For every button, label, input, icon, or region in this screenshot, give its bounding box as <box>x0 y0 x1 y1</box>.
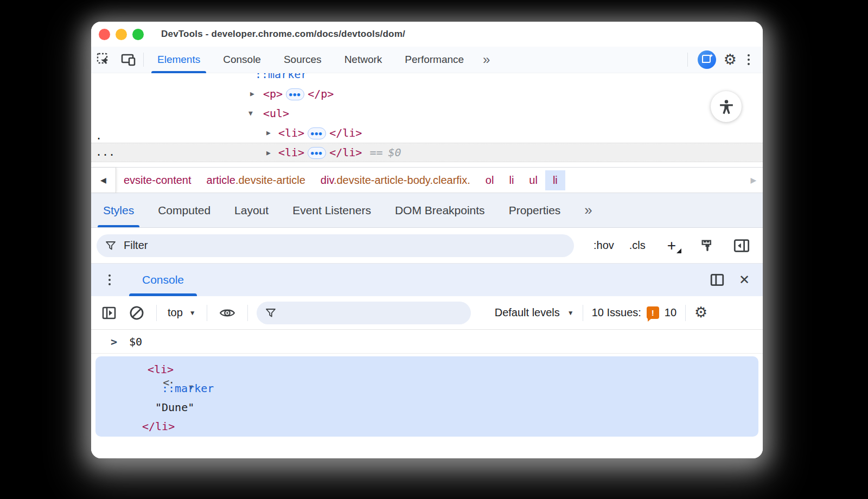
tab-layout[interactable]: Layout <box>222 193 280 227</box>
ellipsis-expand-icon[interactable]: ●●● <box>286 88 304 100</box>
collapse-arrow-icon[interactable]: ▼ <box>248 109 253 117</box>
filter-funnel-icon <box>105 240 116 251</box>
dom-row-li-selected[interactable]: ▶ <li>●●●</li>==$0 <box>91 143 763 162</box>
close-drawer-icon[interactable]: ✕ <box>739 272 750 287</box>
toolbar-divider <box>687 53 688 67</box>
toggle-hover-state-button[interactable]: :hov <box>593 239 614 252</box>
ul-open-tag: <ul> <box>263 107 289 120</box>
toolbar-divider <box>143 53 144 67</box>
dom-row-p[interactable]: ▶ <p>●●●</p> <box>91 84 763 104</box>
devtools-window: DevTools - developer.chrome.com/docs/dev… <box>91 22 763 458</box>
issues-label: 10 Issues: <box>592 306 641 319</box>
ai-assistant-icon[interactable]: ✦ <box>698 50 716 69</box>
close-window-button[interactable] <box>99 29 110 40</box>
breadcrumb-scroll-left-button[interactable]: ◀ <box>91 168 116 193</box>
dom-row-ul[interactable]: ▼ <ul> <box>91 104 763 123</box>
breadcrumb-item[interactable]: div.devsite-article-body.clearfix. <box>313 170 478 190</box>
li-open-tag: <li> <box>278 146 304 159</box>
tab-computed[interactable]: Computed <box>146 193 222 227</box>
clear-console-icon[interactable] <box>123 305 151 321</box>
new-style-rule-button[interactable]: + <box>667 237 681 254</box>
ellipsis-expand-icon[interactable]: ●●● <box>308 127 326 139</box>
tab-network-label: Network <box>344 54 382 66</box>
split-panel-icon[interactable] <box>710 273 725 287</box>
li-close-tag: </li> <box>142 420 175 433</box>
tab-elements[interactable]: Elements <box>146 47 212 73</box>
console-command-text: $0 <box>129 335 142 348</box>
expand-arrow-icon[interactable]: ▶ <box>266 129 271 137</box>
device-toolbar-icon[interactable] <box>116 50 141 69</box>
dom-text-fragment: . <box>95 129 102 142</box>
chevron-down-icon: ▼ <box>189 309 196 317</box>
console-settings-gear-icon[interactable]: ⚙ <box>694 305 707 320</box>
console-messages: > $0 <· ▼ <li> ::marker "Dune" </li> <box>91 330 763 458</box>
tab-styles[interactable]: Styles <box>91 193 146 227</box>
breadcrumb-item[interactable]: li <box>501 170 521 190</box>
ellipsis-expand-icon[interactable]: ●●● <box>308 147 326 159</box>
window-controls <box>91 29 144 40</box>
tab-sources-label: Sources <box>284 54 322 66</box>
breadcrumb-item[interactable]: article.devsite-article <box>199 170 313 190</box>
expand-arrow-icon[interactable]: ▶ <box>250 89 254 98</box>
li-open-tag: <li> <box>148 363 174 376</box>
rendering-brush-icon[interactable] <box>700 238 715 253</box>
dom-text-fragment: ... <box>95 145 115 158</box>
marker-pseudo-label: ::marker <box>255 73 307 81</box>
more-tabs-icon[interactable]: » <box>584 202 592 219</box>
tab-elements-label: Elements <box>157 54 200 66</box>
breadcrumb-item-selected[interactable]: li <box>545 170 565 190</box>
styles-filter-input[interactable]: Filter <box>97 234 574 257</box>
drawer-tab-console[interactable]: Console <box>129 264 197 296</box>
tab-sources[interactable]: Sources <box>272 47 333 73</box>
tab-properties[interactable]: Properties <box>497 193 573 227</box>
console-command-row[interactable]: > $0 <box>91 330 763 354</box>
issues-counter[interactable]: 10 Issues: ! 10 <box>592 306 676 319</box>
breadcrumb-item[interactable]: ol <box>478 170 502 190</box>
text-node-value: "Dune" <box>155 401 194 414</box>
chevron-left-icon: ◀ <box>100 176 106 184</box>
marker-pseudo-label: ::marker <box>162 382 214 395</box>
tab-event-listeners[interactable]: Event Listeners <box>280 193 383 227</box>
more-options-icon[interactable] <box>744 53 753 66</box>
live-expression-eye-icon[interactable] <box>213 306 242 320</box>
javascript-context-select[interactable]: top ▼ <box>162 306 201 319</box>
settings-gear-icon[interactable]: ⚙ <box>724 53 737 67</box>
tab-console[interactable]: Console <box>212 47 272 73</box>
elements-dom-tree: ::marker ▶ <p>●●●</p> ▼ <ul> ▶ <li>●●●</… <box>91 73 763 167</box>
styles-filter-bar: Filter :hov .cls + <box>91 228 763 264</box>
console-sidebar-icon[interactable] <box>95 306 123 319</box>
tab-dom-breakpoints[interactable]: DOM Breakpoints <box>383 193 497 227</box>
active-tab-underline <box>98 225 139 227</box>
toggle-class-button[interactable]: .cls <box>629 239 646 252</box>
console-filter-input[interactable] <box>257 302 471 324</box>
active-tab-underline <box>129 293 197 296</box>
console-prompt-icon: > <box>111 335 117 348</box>
zoom-window-button[interactable] <box>132 29 144 40</box>
tab-performance[interactable]: Performance <box>393 47 475 73</box>
tab-network[interactable]: Network <box>333 47 394 73</box>
p-open-tag: <p> <box>263 87 283 100</box>
li-open-tag: <li> <box>278 126 304 139</box>
issues-count: 10 <box>665 306 676 319</box>
drawer-menu-icon[interactable] <box>105 273 114 286</box>
console-result-highlighted[interactable]: <· ▼ <li> ::marker "Dune" </li> <box>95 356 758 437</box>
inspect-element-icon[interactable] <box>91 50 116 69</box>
levels-label: Default levels <box>495 306 560 319</box>
breadcrumb-item[interactable]: evsite-content <box>116 170 199 190</box>
breadcrumb-item[interactable]: ul <box>521 170 545 190</box>
log-levels-select[interactable]: Default levels ▼ <box>495 306 574 319</box>
accessibility-overlay-button[interactable] <box>711 91 742 122</box>
main-toolbar: Elements Console Sources Network Perform… <box>91 47 763 73</box>
tab-performance-label: Performance <box>405 54 464 66</box>
dom-breadcrumbs: ◀ evsite-content article.devsite-article… <box>91 167 763 193</box>
li-close-tag: </li> <box>329 146 362 159</box>
breadcrumb-scroll-right-button[interactable]: ▶ <box>744 176 763 184</box>
console-drawer-header: Console ✕ <box>91 264 763 296</box>
dom-row-li-1[interactable]: ▶ <li>●●●</li> <box>91 123 763 143</box>
more-tabs-icon[interactable]: » <box>475 52 497 67</box>
dock-sidebar-icon[interactable] <box>733 238 750 253</box>
minimize-window-button[interactable] <box>116 29 127 40</box>
expand-arrow-icon[interactable]: ▶ <box>266 149 271 157</box>
filter-funnel-icon <box>265 308 276 318</box>
dom-row-marker-clipped[interactable]: ::marker <box>91 73 763 84</box>
